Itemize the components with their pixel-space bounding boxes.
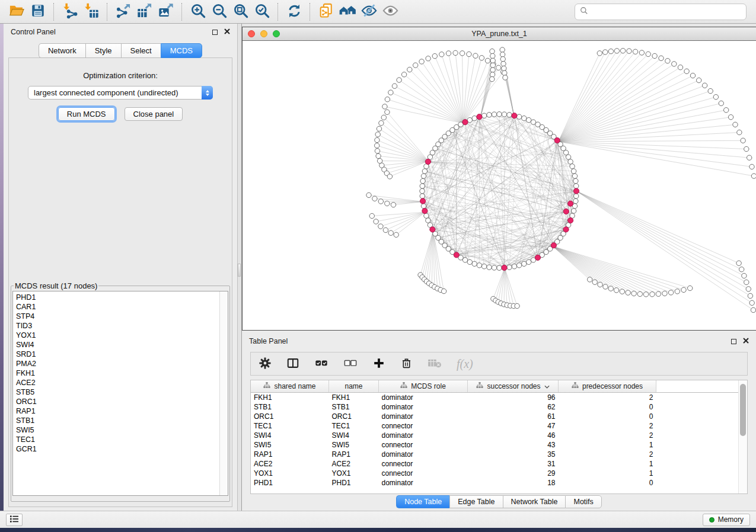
column-header-successor-nodes[interactable]: successor nodes — [468, 380, 559, 393]
table-row[interactable]: YOX1YOX1connector291 — [251, 469, 739, 478]
mcds-result-item[interactable]: FKH1 — [16, 368, 219, 378]
duplicate-pages-icon — [318, 2, 334, 21]
mcds-result-item[interactable]: SWI4 — [16, 340, 219, 350]
mcds-result-item[interactable]: STP4 — [16, 312, 219, 321]
task-history-button[interactable] — [6, 514, 23, 526]
show-column-button[interactable] — [286, 357, 299, 371]
search-input[interactable] — [592, 7, 741, 17]
tab-network[interactable]: Network — [39, 43, 85, 58]
float-panel-icon[interactable] — [212, 30, 218, 35]
save-session-button[interactable] — [27, 2, 49, 21]
deselect-all-button[interactable] — [343, 357, 358, 371]
zoom-out-button[interactable] — [209, 2, 230, 21]
mcds-result-item[interactable]: TEC1 — [16, 435, 219, 444]
export-table-button[interactable] — [134, 2, 155, 21]
function-builder-button[interactable]: f(x) — [457, 358, 473, 370]
sort-chevron-icon — [544, 382, 550, 390]
mcds-result-item[interactable]: ORC1 — [16, 397, 219, 406]
network-graph — [243, 41, 756, 330]
panel-splitter[interactable] — [238, 24, 242, 511]
mcds-result-item[interactable]: STB1 — [16, 416, 219, 425]
table-row[interactable]: FKH1FKH1dominator962 — [251, 393, 739, 403]
mcds-result-item[interactable]: CAR1 — [16, 302, 219, 312]
delete-table-button[interactable] — [428, 357, 442, 371]
table-row[interactable]: SWI5SWI5connector431 — [251, 440, 739, 450]
close-panel-button[interactable]: Close panel — [125, 107, 183, 121]
memory-button[interactable]: Memory — [703, 514, 750, 526]
table-row[interactable]: ORC1ORC1dominator610 — [251, 412, 739, 421]
add-column-button[interactable] — [372, 357, 385, 371]
search-box — [575, 4, 747, 20]
main-toolbar — [0, 0, 756, 24]
control-panel-title: Control Panel — [11, 28, 56, 36]
tab-edge-table[interactable]: Edge Table — [449, 495, 502, 508]
mcds-result-item[interactable]: SWI5 — [16, 425, 219, 435]
mcds-result-item[interactable]: GCR1 — [16, 444, 219, 454]
import-table-button[interactable] — [81, 2, 102, 21]
network-view-window: YPA_prune.txt_1 — [242, 27, 756, 331]
float-panel-icon[interactable] — [731, 339, 736, 344]
mcds-result-item[interactable]: STB5 — [16, 387, 219, 397]
optimization-criterion-label: Optimization criterion: — [83, 71, 158, 80]
zoom-selected-button[interactable] — [251, 2, 273, 21]
table-row[interactable]: TEC1TEC1connector472 — [251, 421, 739, 431]
clone-network-button[interactable] — [315, 2, 337, 21]
table-row[interactable]: ACE2ACE2connector311 — [251, 459, 739, 469]
tab-select[interactable]: Select — [121, 43, 161, 58]
tab-mcds[interactable]: MCDS — [161, 43, 202, 58]
mcds-result-item[interactable]: SRD1 — [16, 350, 219, 359]
hide-selected-button[interactable] — [358, 2, 379, 21]
optimization-criterion-dropdown[interactable]: largest connected component (undirected) — [28, 86, 213, 100]
table-row[interactable]: SWI4SWI4dominator462 — [251, 431, 739, 440]
mcds-result-item[interactable]: RAP1 — [16, 406, 219, 416]
toolbar-separator — [310, 3, 311, 21]
tab-node-table[interactable]: Node Table — [396, 495, 449, 508]
close-panel-icon[interactable] — [743, 337, 749, 345]
mcds-result-item[interactable]: PHD1 — [16, 293, 219, 302]
toggle-details-button[interactable] — [379, 2, 401, 21]
tab-motifs[interactable]: Motifs — [565, 495, 601, 508]
delete-table-icon — [428, 357, 442, 371]
close-panel-icon[interactable] — [224, 28, 230, 36]
gear-icon — [259, 357, 272, 371]
column-header-mcds-role[interactable]: MCDS role — [379, 380, 468, 393]
mcds-result-item[interactable]: YOX1 — [16, 331, 219, 340]
tab-style[interactable]: Style — [85, 43, 121, 58]
zoom-fit-button[interactable] — [230, 2, 251, 21]
column-header-shared-name[interactable]: shared name — [251, 380, 329, 393]
memory-status-icon — [709, 517, 714, 523]
open-file-button[interactable] — [6, 2, 27, 21]
scrollbar-thumb-icon[interactable] — [740, 384, 746, 436]
mcds-result-item[interactable]: TID3 — [16, 321, 219, 331]
dropdown-value: largest connected component (undirected) — [34, 88, 202, 97]
refresh-view-button[interactable] — [283, 2, 305, 21]
mcds-result-item[interactable]: PMA2 — [16, 359, 219, 368]
save-floppy-icon — [30, 3, 46, 20]
table-row[interactable]: RAP1RAP1dominator352 — [251, 450, 739, 459]
eye-icon — [382, 2, 399, 21]
zoom-in-icon — [190, 3, 206, 21]
zoom-selected-icon — [254, 3, 270, 21]
select-all-button[interactable] — [314, 357, 328, 371]
table-row[interactable]: STB1STB1dominator620 — [251, 402, 739, 412]
mcds-result-item[interactable]: ACE2 — [16, 378, 219, 387]
delete-column-button[interactable] — [400, 357, 413, 371]
show-all-button[interactable] — [337, 2, 358, 21]
export-network-button[interactable] — [113, 2, 134, 21]
table-scrollbar[interactable] — [738, 380, 747, 493]
mcds-list-scrollbar[interactable] — [219, 291, 228, 495]
tree-flatten-icon — [400, 382, 407, 390]
column-header-name[interactable]: name — [329, 380, 379, 393]
trash-icon — [400, 357, 413, 371]
network-canvas[interactable] — [243, 41, 756, 330]
zoom-in-button[interactable] — [187, 2, 209, 21]
checked-boxes-icon — [314, 357, 328, 371]
table-settings-button[interactable] — [259, 357, 272, 371]
export-image-button[interactable] — [155, 2, 177, 21]
import-network-button[interactable] — [59, 2, 81, 21]
tab-network-table[interactable]: Network Table — [503, 495, 566, 508]
dropdown-stepper-icon — [202, 86, 213, 100]
run-mcds-button[interactable]: Run MCDS — [58, 107, 115, 121]
column-header-predecessor-nodes[interactable]: predecessor nodes — [559, 380, 656, 393]
table-row[interactable]: PHD1PHD1dominator180 — [251, 478, 739, 488]
